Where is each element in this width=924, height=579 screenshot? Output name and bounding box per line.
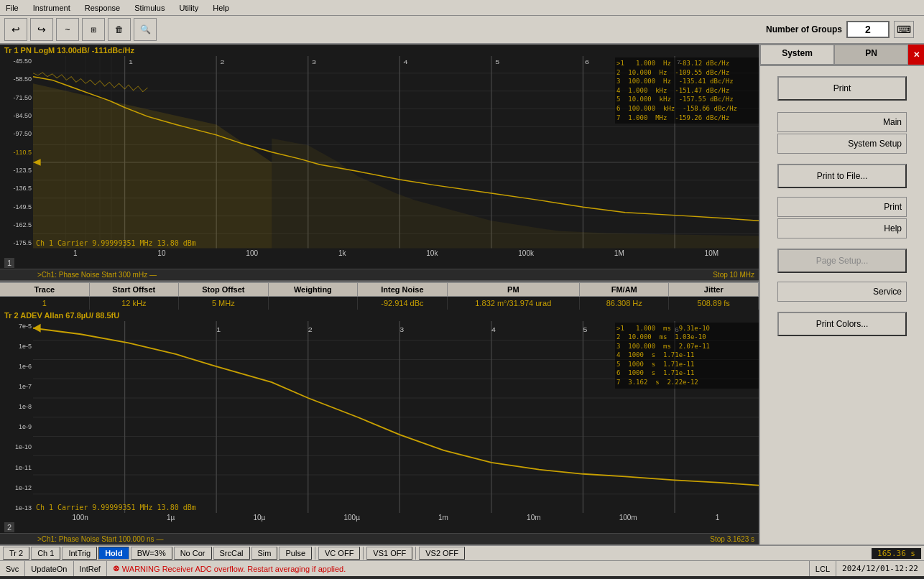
- bottom-toolbar: Tr 2 Ch 1 IntTrig Hold BW=3% No Cor SrcC…: [0, 545, 924, 560]
- main-nav-button[interactable]: Main: [777, 112, 907, 132]
- print-to-file-button[interactable]: Print to File...: [777, 164, 907, 188]
- svg-text:2: 2: [220, 60, 224, 65]
- hold-button[interactable]: Hold: [98, 547, 129, 560]
- tab-system[interactable]: System: [760, 45, 834, 65]
- svg-text:1: 1: [216, 325, 221, 333]
- chart1-container: Tr 1 PN LogM 13.00dB/ -111dBc/Hz -45.50 …: [0, 45, 759, 282]
- num-groups-label: Number of Groups: [766, 24, 842, 34]
- col-weighting: Weighting: [269, 283, 359, 296]
- redo-button[interactable]: ↪: [30, 18, 53, 41]
- page-setup-button[interactable]: Page Setup...: [777, 249, 907, 273]
- charts-area: Tr 1 PN LogM 13.00dB/ -111dBc/Hz -45.50 …: [0, 45, 759, 545]
- separator1: [315, 547, 315, 560]
- svg-text:3: 3: [312, 60, 316, 65]
- pulse-button[interactable]: Pulse: [279, 547, 312, 560]
- menu-response[interactable]: Response: [82, 2, 124, 14]
- status-update-on: UpdateOn: [25, 561, 73, 576]
- cell-fmam: 86.308 Hz: [580, 297, 670, 310]
- service-nav-button[interactable]: Service: [777, 282, 907, 302]
- chart2-plot-area[interactable]: 7e-5 1e-5 1e-6 1e-7 1e-8 1e-9 1e-10 1e-1…: [0, 321, 759, 514]
- right-panel-nav3: Service: [777, 282, 907, 303]
- right-panel-tabs: System PN ✕: [760, 45, 924, 66]
- print-nav-button[interactable]: Print: [777, 197, 907, 217]
- system-setup-nav-button[interactable]: System Setup: [777, 134, 907, 154]
- col-stop-offset: Stop Offset: [179, 283, 269, 296]
- zoom-button[interactable]: 🔍: [134, 18, 157, 41]
- chart2-container: Tr 2 ADEV Allan 67.8µU/ 88.5fU 7e-5 1e-5…: [0, 310, 759, 545]
- chart1-plot[interactable]: 1 2 3 4 5 6 7 >1 1.000 Hz -83: [33, 56, 759, 249]
- srccal-button[interactable]: SrcCal: [213, 547, 250, 560]
- no-cor-button[interactable]: No Cor: [174, 547, 212, 560]
- chart2-x-axis: 100n 1µ 10µ 100µ 1m 10m 100m 1: [0, 513, 759, 522]
- right-panel-content: Print Main System Setup Print to File...…: [760, 66, 924, 545]
- chart2-pn-bar: >Ch1: Phase Noise Start 100.000 ns — Sto…: [0, 533, 759, 545]
- menu-stimulus[interactable]: Stimulus: [131, 2, 167, 14]
- separator2: [363, 547, 364, 560]
- bw-button[interactable]: BW=3%: [131, 547, 172, 560]
- sim-button[interactable]: Sim: [251, 547, 278, 560]
- col-integ-noise: Integ Noise: [358, 283, 448, 296]
- chart2-header: Tr 2 ADEV Allan 67.8µU/ 88.5fU: [0, 310, 759, 321]
- menubar: File Instrument Response Stimulus Utilit…: [0, 0, 924, 16]
- svg-text:2: 2: [308, 325, 313, 333]
- calculator-button[interactable]: ⌨: [894, 21, 914, 38]
- print-colors-button[interactable]: Print Colors...: [777, 312, 907, 336]
- svg-marker-53: [33, 323, 41, 332]
- col-trace: Trace: [0, 283, 90, 296]
- main-content: Tr 1 PN LogM 13.00dB/ -111dBc/Hz -45.50 …: [0, 45, 924, 545]
- cell-weighting: [269, 297, 359, 310]
- chart1-plot-area[interactable]: -45.50 -58.50 -71.50 -84.50 -97.50 -110.…: [0, 56, 759, 249]
- svg-text:5: 5: [583, 325, 587, 333]
- delete-button[interactable]: 🗑: [108, 18, 131, 41]
- chart1-x-axis: 1 10 100 1k 10k 100k 1M 10M: [0, 249, 759, 257]
- menu-file[interactable]: File: [3, 2, 22, 14]
- chart2-markers: >1 1.000 ms 9.31e-10 2 10.000 ms 1.03e-1…: [615, 323, 759, 389]
- sweep-button[interactable]: ~: [56, 18, 79, 41]
- num-groups-input[interactable]: 2: [846, 21, 890, 38]
- close-panel-button[interactable]: ✕: [908, 45, 924, 65]
- chart1-badge: 1: [0, 257, 759, 269]
- tr2-button[interactable]: Tr 2: [3, 547, 29, 560]
- cell-pm: 1.832 m°/31.974 urad: [448, 297, 580, 310]
- vs2-off-button[interactable]: VS2 OFF: [419, 547, 465, 560]
- statusbar: Svc UpdateOn IntRef ⊗ WARNING Receiver A…: [0, 560, 924, 576]
- col-fmam: FM/AM: [580, 283, 670, 296]
- help-nav-button[interactable]: Help: [777, 218, 907, 238]
- chart1-y-axis: -45.50 -58.50 -71.50 -84.50 -97.50 -110.…: [0, 56, 33, 249]
- svg-text:3: 3: [399, 325, 404, 333]
- chart2-plot[interactable]: 1 2 3 4 5 6 >1 1.000 ms 9.31e-10: [33, 321, 759, 514]
- col-jitter: Jitter: [669, 283, 759, 296]
- col-pm: PM: [448, 283, 580, 296]
- undo-button[interactable]: ↩: [4, 18, 27, 41]
- chart1-carrier: Ch 1 Carrier 9.99999351 MHz 13.80 dBm: [36, 239, 196, 247]
- trace-table-row: 1 12 kHz 5 MHz -92.914 dBc 1.832 m°/31.9…: [0, 297, 759, 310]
- separator3: [415, 547, 416, 560]
- menu-utility[interactable]: Utility: [176, 2, 201, 14]
- print-button[interactable]: Print: [777, 76, 907, 101]
- cell-stop-offset: 5 MHz: [179, 297, 269, 310]
- marker-button[interactable]: ⊞: [82, 18, 105, 41]
- svg-text:4: 4: [491, 325, 496, 333]
- col-start-offset: Start Offset: [90, 283, 180, 296]
- cell-start-offset: 12 kHz: [90, 297, 180, 310]
- svg-text:4: 4: [404, 60, 408, 65]
- tab-pn[interactable]: PN: [834, 45, 908, 65]
- chart2-badge: 2: [0, 522, 759, 533]
- status-warning: ⊗ WARNING Receiver ADC overflow. Restart…: [107, 564, 809, 573]
- trace-table: Trace Start Offset Stop Offset Weighting…: [0, 282, 759, 310]
- status-datetime: 2024/12/01-12:22: [836, 561, 924, 576]
- cell-trace: 1: [0, 297, 90, 310]
- svg-text:1: 1: [129, 60, 133, 65]
- menu-instrument[interactable]: Instrument: [30, 2, 73, 14]
- ch1-button[interactable]: Ch 1: [31, 547, 60, 560]
- right-panel: System PN ✕ Print Main System Setup Prin…: [759, 45, 924, 545]
- warning-icon: ⊗: [113, 564, 119, 573]
- cell-integ-noise: -92.914 dBc: [358, 297, 448, 310]
- inttrig-button[interactable]: IntTrig: [62, 547, 97, 560]
- vs1-off-button[interactable]: VS1 OFF: [366, 547, 412, 560]
- chart1-pn-bar: >Ch1: Phase Noise Start 300 mHz — Stop 1…: [0, 269, 759, 280]
- menu-help[interactable]: Help: [210, 2, 232, 14]
- svg-marker-21: [33, 83, 272, 248]
- vc-off-button[interactable]: VC OFF: [318, 547, 360, 560]
- chart2-carrier: Ch 1 Carrier 9.99999351 MHz 13.80 dBm: [36, 504, 196, 511]
